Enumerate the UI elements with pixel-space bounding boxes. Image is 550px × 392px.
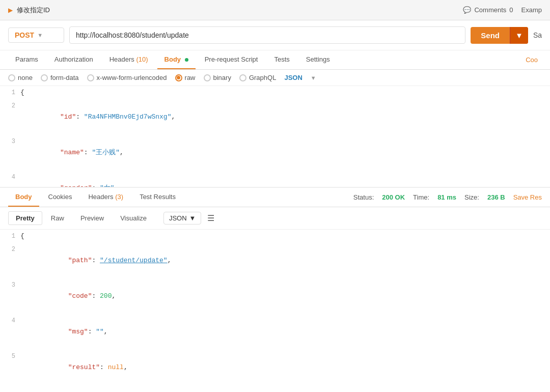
code-line-3: 3 "name": "王小贱", — [0, 135, 550, 171]
line-num-2: 2 — [0, 99, 20, 113]
radio-raw[interactable]: raw — [175, 74, 196, 81]
line-num-1: 1 — [0, 86, 20, 99]
radio-form-data[interactable]: form-data — [41, 74, 79, 81]
radio-raw-circle — [175, 74, 182, 81]
radio-binary-circle — [204, 74, 211, 81]
code-line-4: 4 "gender": "女", — [0, 171, 550, 188]
response-body: 1 { 2 "path": "/student/update", 3 "code… — [0, 230, 550, 377]
radio-raw-label: raw — [185, 74, 196, 81]
line-content-1: { — [20, 86, 550, 99]
tab-authorization[interactable]: Authorization — [47, 50, 100, 69]
resp-code-line-3: 3 "code": 200, — [0, 278, 550, 314]
tab-tests[interactable]: Tests — [267, 50, 296, 69]
request-code-editor[interactable]: 1 { 2 "id": "Ra4NFHMBnv0Ejd7wSnxg", 3 "n… — [0, 86, 550, 188]
send-button-arrow-icon[interactable]: ▼ — [510, 27, 528, 44]
comments-badge: 💬 Comments 0 — [463, 6, 513, 14]
resp-code-line-2: 2 "path": "/student/update", — [0, 243, 550, 278]
radio-none-label: none — [18, 74, 33, 81]
resp-code-line-1: 1 { — [0, 230, 550, 243]
status-label: Status: — [353, 193, 374, 201]
line-num-3: 3 — [0, 135, 20, 148]
line-num-4: 4 — [0, 171, 20, 184]
resp-tab-cookies[interactable]: Cookies — [41, 188, 79, 207]
tab-params[interactable]: Params — [8, 50, 45, 69]
resp-tab-headers[interactable]: Headers (3) — [81, 188, 130, 207]
resp-headers-badge: (3) — [115, 193, 123, 201]
tab-pre-request[interactable]: Pre-request Script — [198, 50, 265, 69]
top-bar: ▶ 修改指定ID 💬 Comments 0 Examp — [0, 0, 550, 20]
comments-label: Comments — [474, 6, 506, 14]
tab-body[interactable]: Body — [157, 50, 196, 69]
resp-tab-body[interactable]: Body — [8, 188, 39, 207]
line-content-4: "gender": "女", — [20, 171, 550, 188]
radio-graphql-circle — [239, 74, 246, 81]
json-format-chevron-icon[interactable]: ▼ — [311, 75, 316, 81]
line-content-3: "name": "王小贱", — [20, 135, 550, 171]
tab-settings[interactable]: Settings — [299, 50, 337, 69]
view-tab-raw[interactable]: Raw — [43, 211, 72, 225]
top-bar-right: 💬 Comments 0 Examp — [463, 6, 542, 14]
method-label: POST — [15, 31, 34, 39]
example-button[interactable]: Examp — [521, 6, 542, 14]
response-code-area[interactable]: 1 { 2 "path": "/student/update", 3 "code… — [0, 230, 550, 377]
radio-urlencoded[interactable]: x-www-form-urlencoded — [87, 74, 167, 81]
radio-binary[interactable]: binary — [204, 74, 231, 81]
resp-tab-test-results[interactable]: Test Results — [132, 188, 183, 207]
comments-count: 0 — [509, 6, 513, 14]
wrap-icon[interactable]: ☰ — [207, 213, 214, 223]
response-json-label: JSON — [169, 214, 187, 222]
body-active-dot — [185, 58, 188, 62]
save-response-button[interactable]: Save Res — [513, 193, 542, 201]
code-line-2: 2 "id": "Ra4NFHMBnv0Ejd7wSnxg", — [0, 99, 550, 135]
radio-urlencoded-label: x-www-form-urlencoded — [97, 74, 167, 81]
send-button[interactable]: Send ▼ — [471, 27, 528, 44]
resp-line-num-1: 1 — [0, 230, 20, 243]
view-tab-pretty[interactable]: Pretty — [8, 211, 42, 225]
time-label: Time: — [413, 193, 429, 201]
response-tabs-row: Body Cookies Headers (3) Test Results St… — [0, 188, 550, 207]
comment-icon: 💬 — [463, 6, 471, 14]
radio-graphql[interactable]: GraphQL — [239, 74, 276, 81]
resp-line-content-2: "path": "/student/update", — [20, 243, 550, 278]
radio-none-circle — [8, 74, 15, 81]
method-chevron-icon: ▼ — [37, 32, 43, 38]
code-line-1: 1 { — [0, 86, 550, 99]
request-bar: POST ▼ Send ▼ Sa — [0, 20, 550, 50]
radio-urlencoded-circle — [87, 74, 94, 81]
url-input[interactable] — [69, 26, 465, 44]
radio-binary-label: binary — [213, 74, 231, 81]
cookies-link[interactable]: Coo — [521, 51, 542, 69]
resp-line-num-5: 5 — [0, 350, 20, 363]
size-value: 236 B — [487, 193, 505, 201]
view-tab-visualize[interactable]: Visualize — [113, 211, 154, 225]
resp-line-num-3: 3 — [0, 278, 20, 292]
top-bar-left: ▶ 修改指定ID — [8, 6, 50, 15]
json-format-label: JSON — [284, 74, 302, 81]
resp-line-num-2: 2 — [0, 243, 20, 256]
line-content-2: "id": "Ra4NFHMBnv0Ejd7wSnxg", — [20, 99, 550, 135]
resp-line-num-4: 4 — [0, 314, 20, 327]
time-value: 81 ms — [437, 193, 456, 201]
body-type-row: none form-data x-www-form-urlencoded raw… — [0, 70, 550, 86]
method-select[interactable]: POST ▼ — [8, 27, 64, 43]
status-value: 200 OK — [382, 193, 405, 201]
save-button[interactable]: Sa — [533, 31, 542, 39]
radio-graphql-label: GraphQL — [249, 74, 276, 81]
radio-form-data-circle — [41, 74, 48, 81]
response-json-chevron-icon: ▼ — [189, 214, 196, 222]
response-json-select[interactable]: JSON ▼ — [163, 212, 202, 225]
view-tab-preview[interactable]: Preview — [73, 211, 112, 225]
tab-headers[interactable]: Headers (10) — [102, 50, 155, 69]
resp-line-content-5: "result": null, — [20, 350, 550, 377]
response-status: Status: 200 OK Time: 81 ms Size: 236 B S… — [353, 193, 542, 201]
page-title: 修改指定ID — [17, 6, 50, 15]
send-button-label: Send — [471, 27, 510, 44]
response-view-row: Pretty Raw Preview Visualize JSON ▼ ☰ — [0, 207, 550, 230]
request-tabs-row: Params Authorization Headers (10) Body P… — [0, 50, 550, 70]
resp-code-line-5: 5 "result": null, — [0, 350, 550, 377]
resp-line-content-1: { — [20, 230, 550, 243]
headers-badge: (10) — [136, 55, 148, 63]
radio-none[interactable]: none — [8, 74, 33, 81]
resp-line-content-4: "msg": "", — [20, 314, 550, 350]
radio-form-data-label: form-data — [50, 74, 79, 81]
